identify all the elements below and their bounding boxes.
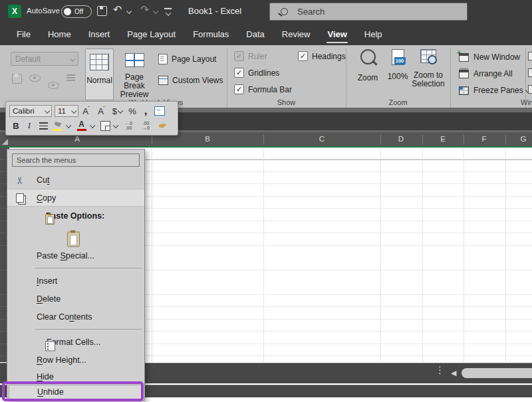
comma-style-button[interactable]: , — [140, 104, 152, 118]
qat-customize-icon[interactable] — [164, 8, 172, 9]
qat-customize-chevron-icon[interactable] — [166, 11, 171, 16]
borders-grid-icon — [100, 121, 110, 131]
font-size-value: 11 — [58, 107, 66, 115]
font-color-chevron-icon[interactable] — [89, 123, 94, 128]
font-color-button[interactable]: A — [74, 120, 89, 131]
borders-lines-icon[interactable] — [36, 122, 51, 130]
autosave-label: AutoSave — [27, 7, 60, 15]
undo-icon[interactable]: ↶ — [113, 5, 122, 15]
checkbox-checked-icon: ✓ — [234, 84, 244, 94]
custom-views-icon — [158, 76, 168, 85]
tab-page-layout[interactable]: Page Layout — [118, 23, 184, 45]
increase-decimal-button[interactable]: ←0.00 — [120, 121, 138, 130]
tab-data[interactable]: Data — [237, 23, 273, 45]
italic-button[interactable]: I — [23, 120, 36, 131]
custom-views-button[interactable]: Custom Views — [158, 76, 223, 85]
page-layout-button[interactable]: Page Layout — [158, 54, 216, 64]
annotation-highlight-box — [2, 381, 144, 401]
percent-style-button[interactable]: % — [125, 106, 140, 116]
ribbon: Default Normal Page Break Preview Page L… — [0, 45, 532, 108]
autosave-toggle[interactable]: Off — [61, 5, 92, 18]
zoom-100-label: 100% — [388, 72, 408, 81]
tab-file[interactable]: File — [8, 23, 39, 45]
zoom-to-selection-button[interactable]: Zoom to Selection — [410, 49, 447, 88]
menu-item-format-cells[interactable]: Format Cells... — [7, 333, 144, 351]
fill-color-chevron-icon[interactable] — [66, 123, 71, 128]
undo-dropdown-chevron-icon[interactable] — [126, 9, 132, 14]
gridline-vertical — [422, 148, 423, 362]
menu-item-delete[interactable]: Delete — [7, 290, 144, 308]
menu-item-row-height[interactable]: Row Height... — [7, 351, 144, 369]
context-menu: ✂CutCopyPaste Options:Paste Special...In… — [7, 149, 145, 401]
scroll-left-arrow-icon[interactable]: ◀ — [451, 369, 456, 377]
clipboard-icon — [45, 214, 55, 225]
tab-insert[interactable]: Insert — [80, 23, 119, 45]
exit-sheet-view-icon — [29, 74, 41, 82]
format-painter-button[interactable] — [155, 124, 171, 128]
column-header-c[interactable]: C — [319, 135, 325, 143]
menu-item-cut[interactable]: ✂Cut — [7, 171, 144, 189]
formula-bar-label: Formula Bar — [248, 85, 292, 94]
format-as-table-button[interactable] — [152, 106, 168, 116]
menu-item-copy[interactable]: Copy — [7, 189, 144, 207]
menu-item-paste-options[interactable]: Paste Options: — [7, 207, 144, 225]
search-box[interactable] — [269, 3, 467, 21]
fill-color-button[interactable] — [51, 120, 65, 131]
column-header-f[interactable]: F — [481, 135, 486, 143]
accounting-format-button[interactable]: $ — [109, 106, 125, 116]
column-divider — [380, 135, 381, 144]
zoom-icon — [360, 49, 376, 64]
decrease-decimal-button[interactable]: .00→0 — [138, 121, 155, 130]
freeze-panes-button[interactable]: Freeze Panes — [459, 86, 529, 95]
freeze-panes-label: Freeze Panes — [473, 86, 523, 95]
zoom-button[interactable]: Zoom — [353, 49, 382, 82]
new-window-icon — [459, 53, 469, 62]
page-break-preview-label: Page Break Preview — [114, 73, 154, 99]
normal-view-button[interactable]: Normal — [85, 49, 114, 100]
menu-item-label: Paste Special... — [37, 251, 94, 260]
gridlines-checkbox[interactable]: ✓ Gridlines — [234, 68, 279, 78]
horizontal-scrollbar-thumb[interactable] — [462, 368, 532, 378]
tab-home[interactable]: Home — [39, 23, 80, 45]
menu-item-label: Clear Contents — [37, 312, 92, 322]
column-header-g[interactable]: G — [521, 135, 527, 143]
column-header-d[interactable]: D — [398, 135, 404, 143]
borders-chevron-icon[interactable] — [113, 123, 118, 128]
sheet-view-dropdown[interactable]: Default — [11, 52, 78, 66]
menu-item-paste-special[interactable]: Paste Special... — [7, 247, 144, 264]
font-size-dropdown[interactable]: 11 — [55, 105, 78, 117]
tab-review[interactable]: Review — [273, 23, 319, 45]
menu-item-label: Paste Options: — [46, 211, 104, 221]
bold-button[interactable]: B — [9, 121, 23, 131]
new-window-button[interactable]: New Window — [459, 52, 520, 62]
column-header-b[interactable]: B — [205, 135, 210, 143]
tab-splitter-handle-icon[interactable]: ⋮ — [435, 367, 445, 372]
column-header-e[interactable]: E — [440, 135, 446, 143]
menu-search-input[interactable] — [12, 153, 140, 167]
borders-button[interactable] — [98, 121, 112, 131]
zoom-to-selection-icon — [420, 49, 436, 63]
menu-item-clear-contents[interactable]: Clear Contents — [7, 308, 144, 326]
save-icon[interactable] — [97, 6, 107, 16]
search-input[interactable] — [296, 6, 432, 17]
font-name-dropdown[interactable]: Calibri — [9, 105, 52, 117]
tab-formulas[interactable]: Formulas — [184, 23, 237, 45]
window-group-label: Window — [521, 98, 532, 106]
column-header-a[interactable]: A — [74, 135, 80, 143]
headings-checkbox[interactable]: ✓ Headings — [298, 51, 346, 61]
column-divider — [263, 135, 264, 144]
increase-font-size-button[interactable]: Aˆ — [78, 106, 94, 116]
menu-item-insert[interactable]: Insert — [7, 272, 144, 290]
tab-view[interactable]: View — [319, 23, 355, 45]
menu-item-paste[interactable] — [7, 225, 144, 247]
normal-view-label: Normal — [86, 76, 112, 85]
excel-app-icon[interactable]: X — [8, 5, 21, 18]
clipped-ribbon-icon — [528, 52, 532, 60]
column-divider — [505, 135, 506, 144]
page-break-preview-button[interactable]: Page Break Preview — [114, 49, 155, 99]
formula-bar-checkbox[interactable]: ✓ Formula Bar — [234, 84, 292, 94]
decrease-font-size-button[interactable]: Aˇ — [94, 106, 109, 116]
arrange-all-button[interactable]: Arrange All — [459, 69, 513, 78]
zoom-100-button[interactable]: 100 100% — [384, 49, 411, 81]
tab-help[interactable]: Help — [356, 23, 391, 45]
